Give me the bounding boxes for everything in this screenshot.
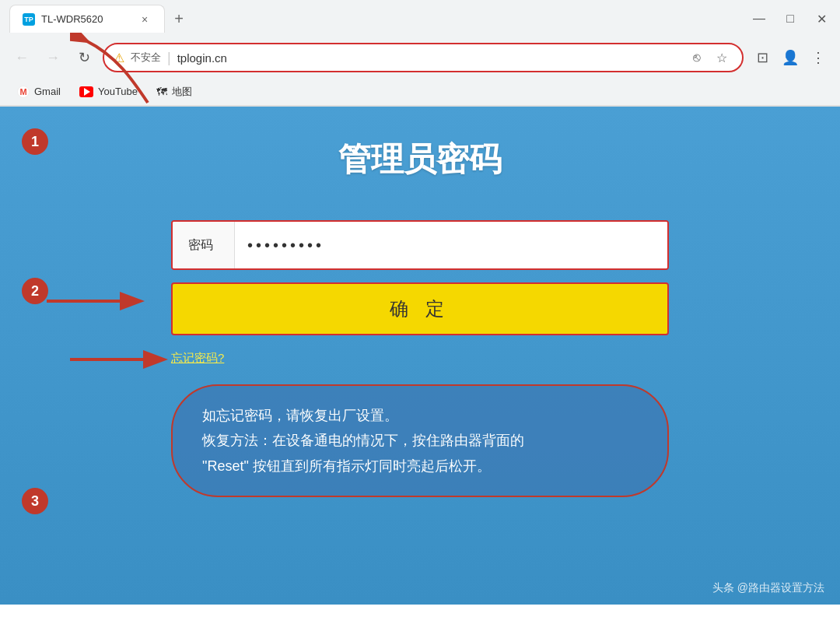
gmail-label: Gmail bbox=[34, 86, 61, 97]
address-bar-row: ← → ↻ ⚠ 不安全 | tplogin.cn ⎋ ☆ ⊡ 👤 ⋮ bbox=[0, 37, 840, 78]
share-button[interactable]: ⎋ bbox=[686, 47, 708, 68]
gmail-icon: M bbox=[17, 86, 30, 98]
confirm-button-wrapper: 确 定 bbox=[171, 282, 669, 335]
maps-label: 地图 bbox=[172, 85, 192, 99]
browser-right-icons: ⊡ 👤 ⋮ bbox=[750, 45, 831, 70]
info-box-text: 如忘记密码，请恢复出厂设置。 恢复方法：在设备通电的情况下，按住路由器背面的 "… bbox=[202, 403, 638, 478]
address-actions: ⎋ ☆ bbox=[686, 47, 733, 68]
info-line-3: "Reset" 按钮直到所有指示灯同时亮起后松开。 bbox=[202, 454, 638, 478]
minimize-button[interactable]: — bbox=[750, 12, 768, 26]
back-button[interactable]: ← bbox=[9, 45, 34, 70]
active-tab[interactable]: TP TL-WDR5620 × bbox=[9, 5, 165, 33]
page-title: 管理员密码 bbox=[338, 138, 502, 181]
page-content: 1 管理员密码 2 密码 确 定 bbox=[0, 107, 840, 605]
maps-icon: 🗺 bbox=[156, 86, 167, 98]
step-2-indicator: 2 bbox=[22, 278, 48, 304]
address-separator: | bbox=[167, 50, 171, 66]
split-screen-button[interactable]: ⊡ bbox=[750, 45, 775, 70]
confirm-button[interactable]: 确 定 bbox=[173, 284, 667, 334]
tab-title: TL-WDR5620 bbox=[41, 13, 131, 25]
step-3-indicator: 3 bbox=[22, 488, 48, 514]
step-1-indicator: 1 bbox=[22, 128, 48, 155]
password-label: 密码 bbox=[173, 222, 235, 268]
watermark: 头条 @路由器设置方法 bbox=[712, 581, 824, 595]
refresh-button[interactable]: ↻ bbox=[72, 45, 96, 70]
bookmark-maps[interactable]: 🗺 地图 bbox=[149, 82, 200, 102]
info-box: 如忘记密码，请恢复出厂设置。 恢复方法：在设备通电的情况下，按住路由器背面的 "… bbox=[171, 384, 669, 497]
youtube-label: YouTube bbox=[98, 86, 138, 97]
tab-area: TP TL-WDR5620 × + bbox=[9, 5, 737, 33]
password-field-inner: 密码 bbox=[173, 222, 667, 268]
arrow-3 bbox=[70, 344, 171, 375]
security-warning-icon: ⚠ bbox=[114, 51, 124, 65]
security-label: 不安全 bbox=[131, 51, 161, 65]
tab-favicon: TP bbox=[23, 13, 35, 26]
info-line-1: 如忘记密码，请恢复出厂设置。 bbox=[202, 403, 638, 428]
profile-button[interactable]: 👤 bbox=[778, 45, 803, 70]
bookmarks-bar: M Gmail YouTube 🗺 地图 bbox=[0, 78, 840, 106]
url-text: tplogin.cn bbox=[177, 51, 680, 65]
password-input[interactable] bbox=[235, 222, 667, 268]
browser-chrome: TP TL-WDR5620 × + — □ ✕ ← → ↻ ⚠ 不安全 | tp… bbox=[0, 0, 840, 107]
menu-button[interactable]: ⋮ bbox=[806, 45, 831, 70]
forward-button[interactable]: → bbox=[40, 45, 65, 70]
info-line-2: 恢复方法：在设备通电的情况下，按住路由器背面的 bbox=[202, 428, 638, 453]
maximize-button[interactable]: □ bbox=[781, 12, 800, 26]
new-tab-button[interactable]: + bbox=[168, 8, 190, 30]
youtube-icon bbox=[79, 86, 93, 97]
arrow-2 bbox=[47, 286, 148, 317]
forgot-password-link[interactable]: 忘记密码? bbox=[171, 351, 224, 366]
bookmark-gmail[interactable]: M Gmail bbox=[9, 82, 68, 101]
window-close-button[interactable]: ✕ bbox=[812, 12, 831, 26]
bookmark-button[interactable]: ☆ bbox=[711, 47, 733, 68]
bookmark-youtube[interactable]: YouTube bbox=[72, 82, 145, 100]
password-field-wrapper: 密码 bbox=[171, 220, 669, 270]
title-bar: TP TL-WDR5620 × + — □ ✕ bbox=[0, 0, 840, 37]
address-bar[interactable]: ⚠ 不安全 | tplogin.cn ⎋ ☆ bbox=[103, 43, 744, 72]
password-form: 2 密码 确 定 bbox=[171, 220, 669, 497]
forgot-row: 忘记密码? bbox=[171, 348, 669, 366]
tab-close-button[interactable]: × bbox=[138, 12, 152, 26]
window-controls: — □ ✕ bbox=[737, 12, 831, 26]
youtube-play-icon bbox=[84, 88, 90, 96]
